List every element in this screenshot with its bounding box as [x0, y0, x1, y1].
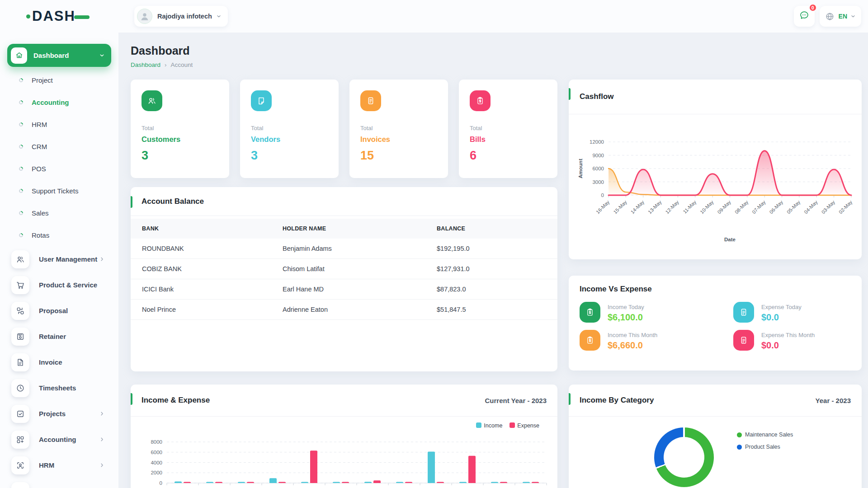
column-header: BALANCE [437, 225, 557, 232]
language-code: EN [839, 13, 847, 20]
sidebar-item-crm[interactable]: CRM [0, 478, 118, 488]
svg-text:12-May: 12-May [664, 199, 680, 215]
sidebar-item-label: Dashboard [33, 52, 69, 59]
ive-value: $0.0 [761, 340, 815, 351]
ive-value: $6,660.0 [608, 340, 657, 351]
file-lines-icon [733, 302, 754, 323]
income-expense-card: Income & Expense Current Year - 2023 Inc… [131, 385, 557, 488]
page-head: Dashboard Dashboard › Account [131, 44, 193, 68]
svg-text:9000: 9000 [592, 153, 604, 158]
svg-text:04-May: 04-May [803, 199, 819, 215]
messages-badge: 0 [809, 4, 817, 12]
ive-value: $0.0 [761, 312, 802, 323]
invoice-doc-icon [360, 90, 381, 111]
sidebar-item-product-service[interactable]: Product & Service [0, 272, 118, 298]
sidebar-subitem-pos[interactable]: POS [0, 158, 118, 180]
income-by-category-title: Income By Category [580, 396, 654, 405]
projects-icon [11, 405, 29, 423]
svg-text:6000: 6000 [592, 166, 604, 171]
sidebar-subitem-crm[interactable]: CRM [0, 136, 118, 158]
chevron-down-icon [850, 14, 856, 19]
sidebar-subitem-accounting[interactable]: Accounting [0, 91, 118, 113]
svg-text:6000: 6000 [151, 450, 162, 455]
income-by-category-year-label: Year - 2023 [816, 397, 851, 404]
sidebar-item-accounting[interactable]: Accounting [0, 427, 118, 452]
accounting-icon [11, 431, 29, 449]
workspace-dropdown[interactable]: Rajodiya infotech [134, 6, 228, 27]
stat-total-label: Total [251, 125, 328, 131]
income-by-category-card: Income By Category Year - 2023 Maintenan… [569, 385, 862, 488]
sidebar-item-user-management[interactable]: User Management [0, 246, 118, 272]
account-balance-title: Account Balance [142, 197, 204, 206]
table-row: ROUNDBANKBenjamin Adams$192,195.0 [131, 239, 557, 259]
chat-icon [799, 10, 810, 23]
chevron-right-icon [99, 256, 105, 262]
bullet-icon [18, 166, 24, 172]
logo-text: DASH [32, 8, 75, 24]
breadcrumb: Dashboard › Account [131, 61, 193, 68]
sidebar-item-proposal[interactable]: Proposal [0, 298, 118, 324]
stat-name: Customers [142, 135, 218, 144]
ive-label: Expense This Month [761, 332, 815, 338]
ive-item-expense-today: Expense Today $0.0 [733, 302, 851, 323]
avatar [137, 9, 152, 24]
app-logo[interactable]: DASH [26, 8, 90, 24]
stat-name: Vendors [251, 135, 328, 144]
sidebar-subitem-project[interactable]: Project [0, 69, 118, 91]
messages-button[interactable]: 0 [794, 6, 815, 27]
sidebar-item-invoice[interactable]: Invoice [0, 349, 118, 375]
svg-text:14-May: 14-May [630, 199, 646, 215]
stat-card-vendors: Total Vendors 3 [240, 80, 339, 178]
svg-text:0: 0 [160, 480, 162, 486]
breadcrumb-separator: › [165, 61, 167, 68]
stat-name: Invoices [360, 135, 437, 144]
sidebar-subitem-hrm[interactable]: HRM [0, 113, 118, 136]
dashboard-submenu: ProjectAccountingHRMCRMPOSSupport Ticket… [0, 67, 118, 246]
svg-text:06-May: 06-May [769, 199, 784, 215]
sidebar-subitem-rotas[interactable]: Rotas [0, 224, 118, 246]
svg-text:03-May: 03-May [821, 199, 836, 215]
income-expense-year-label: Current Year - 2023 [485, 397, 547, 404]
svg-text:13-May: 13-May [647, 199, 663, 215]
file-lines-icon [733, 330, 754, 351]
stat-card-bills: Total Bills 6 [459, 80, 557, 178]
stat-card-invoices: Total Invoices 15 [349, 80, 448, 178]
sidebar-subitem-sales[interactable]: Sales [0, 202, 118, 224]
chevron-down-icon [216, 14, 222, 19]
legend-item: Expense [509, 422, 539, 429]
hrm-icon [11, 456, 29, 474]
stat-total-label: Total [142, 125, 218, 131]
top-header-bar [0, 0, 868, 33]
stat-value: 3 [251, 149, 328, 163]
income-expense-title: Income & Expense [142, 396, 210, 405]
sidebar-item-dashboard[interactable]: Dashboard [7, 44, 111, 67]
ive-label: Income This Month [608, 332, 657, 338]
clock-icon [11, 379, 29, 397]
stat-cards-row: Total Customers 3 Total Vendors 3 Total … [131, 80, 557, 178]
sidebar-item-hrm[interactable]: HRM [0, 452, 118, 478]
green-accent-bar [569, 88, 571, 100]
stat-card-customers: Total Customers 3 [131, 80, 229, 178]
income-vs-expense-card: Income Vs Expense Income Today $6,100.0 … [569, 276, 862, 371]
header-actions: 0 EN [794, 6, 861, 27]
sidebar-item-projects[interactable]: Projects [0, 401, 118, 427]
language-selector[interactable]: EN [820, 6, 861, 27]
bullet-icon [18, 232, 24, 238]
ive-value: $6,100.0 [608, 312, 644, 323]
breadcrumb-current: Account [171, 61, 193, 68]
svg-text:3000: 3000 [592, 179, 604, 185]
sidebar-item-retainer[interactable]: Retainer [0, 324, 118, 349]
bullet-icon [18, 77, 24, 83]
bar-chart-legend: IncomeExpense [476, 422, 539, 429]
sidebar-subitem-support-tickets[interactable]: Support Tickets [0, 180, 118, 202]
note-icon [251, 90, 272, 111]
legend-item: Income [476, 422, 502, 429]
stat-value: 3 [142, 149, 218, 163]
clipboard-dollar-icon [580, 302, 600, 323]
invoice-icon [11, 353, 29, 371]
svg-text:0: 0 [601, 192, 604, 198]
cashflow-card: Cashflow 12000900060003000016-May15-May1… [569, 80, 862, 259]
sidebar-item-timesheets[interactable]: Timesheets [0, 375, 118, 401]
breadcrumb-dashboard-link[interactable]: Dashboard [131, 61, 160, 68]
svg-text:08-May: 08-May [734, 199, 750, 215]
